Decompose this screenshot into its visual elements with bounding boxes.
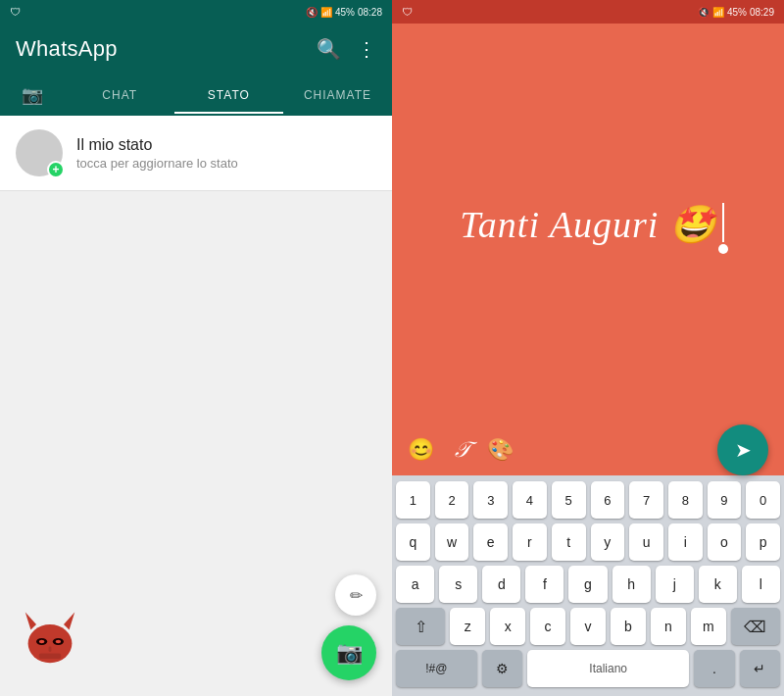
key-y[interactable]: y [591, 523, 625, 561]
key-v[interactable]: v [570, 608, 606, 645]
key-g[interactable]: g [568, 566, 607, 603]
key-b[interactable]: b [611, 608, 646, 645]
bottom-logo [16, 604, 84, 676]
tab-chat[interactable]: CHAT [66, 76, 174, 114]
symbols-key[interactable]: !#@ [396, 650, 477, 687]
key-d[interactable]: d [482, 566, 520, 603]
key-z[interactable]: z [450, 608, 485, 645]
shield-icon: 🛡 [10, 6, 21, 18]
settings-key[interactable]: ⚙ [482, 650, 522, 687]
key-k[interactable]: k [699, 566, 737, 603]
whatsapp-title: WhatsApp [16, 36, 118, 62]
key-x[interactable]: x [490, 608, 525, 645]
text-style-icon[interactable]: 𝒯 [454, 437, 467, 463]
key-u[interactable]: u [629, 523, 663, 561]
search-icon[interactable]: 🔍 [317, 37, 341, 61]
key-1[interactable]: 1 [396, 481, 430, 519]
key-p[interactable]: p [746, 523, 780, 561]
time-right: 08:29 [750, 7, 774, 18]
status-right-icons: 🔇 📶 45% 08:28 [306, 7, 382, 18]
stato-info: Il mio stato tocca per aggiornare lo sta… [76, 136, 238, 171]
devil-svg [16, 604, 84, 672]
keyboard-row-zxcv: ⇧ z x c v b n m ⌫ [396, 608, 780, 645]
key-2[interactable]: 2 [435, 481, 469, 519]
backspace-key[interactable]: ⌫ [731, 608, 780, 645]
signal-icon-right: 📶 [712, 7, 724, 18]
key-8[interactable]: 8 [668, 481, 703, 519]
status-right-right-icons: 🔇 📶 45% 08:29 [698, 7, 774, 18]
stato-title: Il mio stato [76, 136, 238, 154]
whatsapp-header: WhatsApp 🔍 ⋮ [0, 24, 392, 75]
key-a[interactable]: a [396, 566, 434, 603]
svg-marker-1 [25, 612, 36, 629]
key-o[interactable]: o [708, 523, 742, 561]
key-l[interactable]: l [742, 566, 780, 603]
key-0[interactable]: 0 [746, 481, 780, 519]
key-i[interactable]: i [668, 523, 703, 561]
signal-icon: 📶 [320, 7, 332, 18]
keyboard-row-numbers: 1 2 3 4 5 6 7 8 9 0 [396, 481, 780, 519]
time-left: 08:28 [358, 7, 382, 18]
key-e[interactable]: e [473, 523, 508, 561]
key-4[interactable]: 4 [513, 481, 547, 519]
key-j[interactable]: j [656, 566, 694, 603]
story-text-container: Tanti Auguri 🤩 [460, 203, 716, 246]
key-s[interactable]: s [439, 566, 477, 603]
add-stato-btn[interactable]: + [47, 161, 65, 178]
key-3[interactable]: 3 [473, 481, 508, 519]
status-left-icons: 🛡 [10, 6, 21, 18]
tab-chiamate[interactable]: CHIAMATE [283, 76, 392, 114]
story-canvas[interactable]: Tanti Auguri 🤩 [392, 24, 784, 424]
key-6[interactable]: 6 [591, 481, 625, 519]
fab-container: ✏ 📷 [321, 574, 376, 680]
story-toolbar: 😊 𝒯 🎨 ➤ [392, 424, 784, 475]
silent-icon: 🔇 [306, 7, 318, 18]
stato-content: + Il mio stato tocca per aggiornare lo s… [0, 116, 392, 191]
key-m[interactable]: m [691, 608, 726, 645]
enter-key[interactable]: ↵ [740, 650, 780, 687]
keyboard: 1 2 3 4 5 6 7 8 9 0 q w e r t y u i o p … [392, 475, 784, 696]
header-icons: 🔍 ⋮ [317, 37, 376, 61]
key-h[interactable]: h [612, 566, 651, 603]
camera-icon: 📷 [336, 640, 363, 666]
tab-camera[interactable]: 📷 [0, 73, 66, 118]
palette-icon[interactable]: 🎨 [487, 437, 514, 463]
key-5[interactable]: 5 [552, 481, 586, 519]
battery-text: 45% [335, 7, 355, 18]
cursor-bar [722, 203, 724, 242]
status-bar-left: 🛡 🔇 📶 45% 08:28 [0, 0, 392, 24]
tabs-bar: 📷 CHAT STATO CHIAMATE [0, 75, 392, 116]
stato-avatar: + [16, 129, 63, 176]
key-r[interactable]: r [513, 523, 547, 561]
stato-subtitle: tocca per aggiornare lo stato [76, 156, 238, 171]
camera-fab[interactable]: 📷 [321, 625, 376, 680]
status-right-left-icons: 🛡 [402, 6, 413, 18]
period-key[interactable]: . [694, 650, 734, 687]
key-q[interactable]: q [396, 523, 430, 561]
left-panel: 🛡 🔇 📶 45% 08:28 WhatsApp 🔍 ⋮ 📷 CHAT STAT… [0, 0, 392, 696]
svg-marker-2 [64, 612, 74, 629]
my-stato-row[interactable]: + Il mio stato tocca per aggiornare lo s… [0, 116, 392, 191]
cursor-dot [718, 244, 728, 254]
key-7[interactable]: 7 [629, 481, 663, 519]
key-n[interactable]: n [651, 608, 686, 645]
key-t[interactable]: t [552, 523, 586, 561]
status-bar-right: 🛡 🔇 📶 45% 08:29 [392, 0, 784, 24]
tab-stato[interactable]: STATO [174, 76, 283, 114]
space-key[interactable]: Italiano [527, 650, 689, 687]
cursor-line [718, 203, 728, 254]
more-icon[interactable]: ⋮ [357, 37, 376, 61]
pencil-fab[interactable]: ✏ [335, 574, 376, 616]
key-c[interactable]: c [530, 608, 565, 645]
silent-icon-right: 🔇 [698, 7, 710, 18]
key-9[interactable]: 9 [708, 481, 742, 519]
send-button[interactable]: ➤ [717, 424, 768, 475]
keyboard-row-qwerty: q w e r t y u i o p [396, 523, 780, 561]
key-f[interactable]: f [525, 566, 564, 603]
shield-icon-right: 🛡 [402, 6, 413, 18]
shift-key[interactable]: ⇧ [396, 608, 445, 645]
pencil-icon: ✏ [350, 586, 363, 605]
emoji-icon[interactable]: 😊 [408, 437, 434, 463]
key-w[interactable]: w [435, 523, 469, 561]
grey-area: ✏ 📷 [0, 191, 392, 696]
